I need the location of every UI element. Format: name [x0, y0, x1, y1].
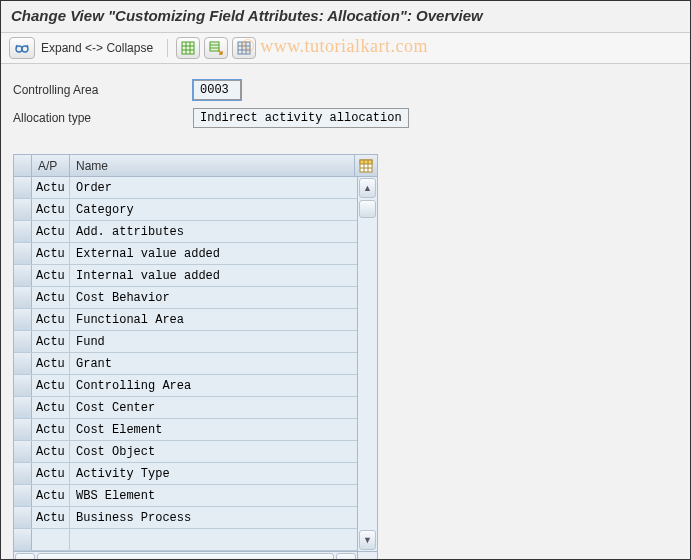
cell-ap[interactable]: Actu — [32, 265, 70, 286]
row-selector[interactable] — [14, 309, 32, 330]
scroll-track[interactable] — [359, 200, 376, 528]
page-title: Change View "Customizing Field Attribute… — [11, 7, 680, 24]
cell-ap[interactable]: Actu — [32, 441, 70, 462]
table-row: ActuActivity Type — [14, 463, 357, 485]
cell-ap[interactable]: Actu — [32, 287, 70, 308]
table-body: ActuOrderActuCategoryActuAdd. attributes… — [14, 177, 357, 551]
toolbar-separator — [167, 39, 168, 57]
cell-ap[interactable]: Actu — [32, 243, 70, 264]
other-view-button[interactable] — [9, 37, 35, 59]
table-row: ActuInternal value added — [14, 265, 357, 287]
scroll-thumb[interactable] — [359, 200, 376, 218]
select-all-button[interactable] — [232, 37, 256, 59]
table-row: ActuBusiness Process — [14, 507, 357, 529]
cell-ap[interactable]: Actu — [32, 397, 70, 418]
cell-name[interactable]: Cost Object — [70, 441, 357, 462]
table-row: ActuControlling Area — [14, 375, 357, 397]
scroll-left-button[interactable]: ◄ — [15, 553, 35, 560]
scroll-down-button[interactable]: ▼ — [359, 530, 376, 550]
table-row — [14, 529, 357, 551]
cell-name[interactable]: Add. attributes — [70, 221, 357, 242]
cell-name[interactable]: Controlling Area — [70, 375, 357, 396]
row-selector[interactable] — [14, 529, 32, 550]
cell-ap[interactable]: Actu — [32, 507, 70, 528]
hscroll-track[interactable] — [37, 553, 334, 560]
controlling-area-field[interactable]: 0003 — [193, 80, 241, 100]
row-selector[interactable] — [14, 177, 32, 198]
cell-ap[interactable]: Actu — [32, 463, 70, 484]
expand-collapse-button[interactable]: Expand <-> Collapse — [39, 41, 159, 55]
cell-ap[interactable]: Actu — [32, 199, 70, 220]
svg-point-1 — [22, 46, 28, 52]
cell-ap[interactable]: Actu — [32, 375, 70, 396]
cell-name[interactable]: Category — [70, 199, 357, 220]
cell-ap[interactable]: Actu — [32, 419, 70, 440]
cell-name[interactable]: Cost Element — [70, 419, 357, 440]
table-config-icon — [359, 159, 373, 173]
row-selector[interactable] — [14, 331, 32, 352]
cell-name[interactable]: Cost Behavior — [70, 287, 357, 308]
row-selector[interactable] — [14, 485, 32, 506]
row-selector[interactable] — [14, 353, 32, 374]
cell-ap[interactable]: Actu — [32, 221, 70, 242]
svg-point-0 — [16, 46, 22, 52]
column-header-name[interactable]: Name — [70, 155, 355, 176]
table-settings-button[interactable] — [355, 155, 377, 176]
table-row: ActuFund — [14, 331, 357, 353]
row-selector[interactable] — [14, 419, 32, 440]
horizontal-scrollbar[interactable]: ◄ ► — [14, 551, 377, 560]
hscroll-thumb[interactable] — [37, 553, 334, 560]
row-selector[interactable] — [14, 287, 32, 308]
svg-rect-2 — [182, 42, 194, 54]
table-row: ActuCategory — [14, 199, 357, 221]
cell-name[interactable]: External value added — [70, 243, 357, 264]
glasses-icon — [14, 40, 30, 56]
table-row: ActuGrant — [14, 353, 357, 375]
cell-ap[interactable]: Actu — [32, 331, 70, 352]
row-selector[interactable] — [14, 375, 32, 396]
svg-rect-7 — [210, 42, 219, 51]
cell-ap[interactable]: Actu — [32, 485, 70, 506]
new-entries-button[interactable] — [176, 37, 200, 59]
allocation-type-field[interactable]: Indirect activity allocation — [193, 108, 409, 128]
row-selector[interactable] — [14, 265, 32, 286]
table-row: ActuFunctional Area — [14, 309, 357, 331]
table-header: A/P Name — [14, 155, 377, 177]
grid-arrow-icon — [209, 41, 223, 55]
cell-name[interactable]: Order — [70, 177, 357, 198]
cell-name[interactable]: Cost Center — [70, 397, 357, 418]
header-form: Controlling Area 0003 Allocation type In… — [1, 64, 690, 146]
cell-name[interactable]: WBS Element — [70, 485, 357, 506]
cell-name[interactable]: Activity Type — [70, 463, 357, 484]
vertical-scrollbar[interactable]: ▲ ▼ — [357, 177, 377, 551]
cell-ap[interactable]: Actu — [32, 177, 70, 198]
row-selector[interactable] — [14, 199, 32, 220]
cell-name[interactable]: Internal value added — [70, 265, 357, 286]
cell-name[interactable] — [70, 529, 357, 550]
cell-ap[interactable]: Actu — [32, 309, 70, 330]
cell-ap[interactable] — [32, 529, 70, 550]
cell-name[interactable]: Business Process — [70, 507, 357, 528]
table-row: ActuCost Element — [14, 419, 357, 441]
select-all-handle[interactable] — [14, 155, 32, 176]
row-selector[interactable] — [14, 463, 32, 484]
table-row: ActuAdd. attributes — [14, 221, 357, 243]
row-selector[interactable] — [14, 397, 32, 418]
attributes-table: A/P Name ActuOrderActuCategoryActuAdd. a… — [13, 154, 378, 560]
cell-name[interactable]: Functional Area — [70, 309, 357, 330]
copy-as-button[interactable] — [204, 37, 228, 59]
cell-ap[interactable]: Actu — [32, 353, 70, 374]
cell-name[interactable]: Grant — [70, 353, 357, 374]
row-selector[interactable] — [14, 221, 32, 242]
row-selector[interactable] — [14, 507, 32, 528]
scroll-right-button[interactable]: ► — [336, 553, 356, 560]
allocation-type-label: Allocation type — [13, 111, 193, 125]
svg-rect-16 — [360, 160, 372, 164]
scroll-corner — [357, 552, 377, 560]
row-selector[interactable] — [14, 441, 32, 462]
scroll-up-button[interactable]: ▲ — [359, 178, 376, 198]
svg-rect-10 — [238, 42, 250, 54]
row-selector[interactable] — [14, 243, 32, 264]
column-header-ap[interactable]: A/P — [32, 155, 70, 176]
cell-name[interactable]: Fund — [70, 331, 357, 352]
